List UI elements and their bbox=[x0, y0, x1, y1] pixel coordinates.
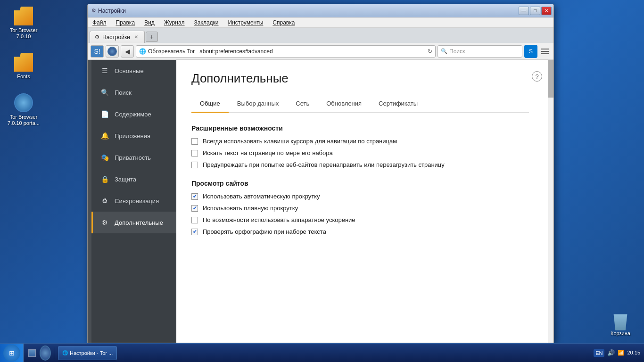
taskbar-network-icon[interactable]: 📶 bbox=[618, 350, 624, 356]
url-display: Обозреватель Tor about:preferences#advan… bbox=[148, 48, 426, 55]
sidebar-item-advanced[interactable]: ⚙ Дополнительные bbox=[91, 212, 176, 233]
checkbox-smooth-scroll[interactable]: ✔ bbox=[191, 205, 198, 212]
maximize-button[interactable]: □ bbox=[530, 7, 540, 15]
tab-label-settings: Настройки bbox=[102, 34, 130, 41]
taskbar-time: 20:15 bbox=[627, 349, 640, 356]
sidebar-scroll-indicator bbox=[88, 60, 91, 343]
browser-tab-settings[interactable]: ⚙ Настройки ✕ bbox=[90, 31, 145, 43]
new-tab-button[interactable]: + bbox=[146, 32, 158, 42]
back-button[interactable]: ◀ bbox=[121, 45, 134, 58]
menu-view[interactable]: Вид bbox=[141, 18, 157, 27]
windows-icon: ⊞ bbox=[9, 349, 15, 357]
checkbox-check-auto-scroll: ✔ bbox=[193, 194, 197, 199]
close-button[interactable]: ✕ bbox=[541, 7, 552, 15]
tab-general[interactable]: Общие bbox=[191, 95, 229, 113]
url-bar[interactable]: 🌐 Обозреватель Tor about:preferences#adv… bbox=[136, 45, 436, 58]
checkbox-row-smooth-scroll: ✔ Использовать плавную прокрутку bbox=[191, 205, 529, 212]
skype-button[interactable]: S bbox=[524, 45, 537, 58]
show-desktop-button[interactable] bbox=[26, 347, 38, 359]
sidebar-label-sync: Синхронизация bbox=[115, 197, 159, 205]
menu-bookmarks[interactable]: Закладки bbox=[191, 18, 222, 27]
taskbar: ⊞ 🌐 Настройки - Tor ... EN 🔊 📶 20:15 bbox=[0, 343, 644, 362]
sidebar-item-sync[interactable]: ♻ Синхронизация bbox=[91, 190, 176, 212]
show-desktop-icon bbox=[28, 349, 36, 357]
desktop-icon-tor-portable[interactable]: Tor Browser 7.0.10 porta... bbox=[5, 91, 42, 128]
tab-updates[interactable]: Обновления bbox=[318, 95, 370, 113]
checkbox-row-auto-scroll: ✔ Использовать автоматическую прокрутку bbox=[191, 193, 529, 200]
browser-content: ☰ Основные 🔍 Поиск 📄 Содержимое 🔔 Прилож… bbox=[88, 60, 553, 343]
taskbar-settings-label: Настройки - Tor ... bbox=[70, 350, 113, 356]
checkbox-hw-accel[interactable] bbox=[191, 217, 198, 223]
checkbox-cursor-nav[interactable] bbox=[191, 138, 198, 145]
settings-sidebar: ☰ Основные 🔍 Поиск 📄 Содержимое 🔔 Прилож… bbox=[91, 60, 176, 343]
menu-bar: Файл Правка Вид Журнал Закладки Инструме… bbox=[88, 17, 553, 28]
checkbox-label-search-typing: Искать текст на странице по мере его наб… bbox=[203, 149, 333, 156]
menu-line-3 bbox=[541, 53, 549, 54]
sidebar-label-security: Защита bbox=[115, 176, 136, 183]
page-title: Дополнительные bbox=[191, 71, 529, 86]
sidebar-icon-search: 🔍 bbox=[100, 88, 109, 97]
checkbox-search-typing[interactable] bbox=[191, 150, 198, 156]
help-button[interactable]: ? bbox=[532, 71, 542, 82]
search-bar[interactable]: 🔍 Поиск bbox=[438, 45, 522, 58]
recycle-bin-label: Корзина bbox=[611, 330, 630, 337]
tab-close-button[interactable]: ✕ bbox=[133, 34, 140, 41]
nav-logo-button[interactable]: S! bbox=[91, 45, 104, 58]
recycle-bin-icon bbox=[612, 312, 629, 330]
checkbox-warn-redirect[interactable] bbox=[191, 162, 198, 168]
taskbar-settings-item[interactable]: 🌐 Настройки - Tor ... bbox=[58, 346, 117, 360]
sidebar-item-privacy[interactable]: 🎭 Приватность bbox=[91, 147, 176, 168]
sidebar-item-search[interactable]: 🔍 Поиск bbox=[91, 82, 176, 103]
sidebar-icon-privacy: 🎭 bbox=[100, 153, 109, 162]
checkbox-label-smooth-scroll: Использовать плавную прокрутку bbox=[203, 205, 298, 212]
desktop-icon-fonts[interactable]: Fonts bbox=[5, 51, 42, 82]
tab-data[interactable]: Выбор данных bbox=[229, 95, 288, 113]
taskbar-start-button[interactable]: ⊞ bbox=[0, 344, 24, 362]
checkbox-check-smooth-scroll: ✔ bbox=[193, 206, 197, 211]
sidebar-icon-security: 🔒 bbox=[100, 175, 109, 183]
checkbox-row-hw-accel: По возможности использовать аппаратное у… bbox=[191, 216, 529, 223]
tab-network[interactable]: Сеть bbox=[287, 95, 318, 113]
menu-history[interactable]: Журнал bbox=[161, 18, 188, 27]
search-placeholder: Поиск bbox=[449, 48, 519, 55]
checkbox-row-search-typing: Искать текст на странице по мере его наб… bbox=[191, 149, 529, 156]
desktop-icon-label-tor: Tor Browser 7.0.10 bbox=[7, 27, 41, 40]
gear-icon: ⚙ bbox=[90, 8, 96, 14]
sidebar-item-content[interactable]: 📄 Содержимое bbox=[91, 103, 176, 125]
minimize-button[interactable]: — bbox=[519, 7, 529, 15]
quick-launch bbox=[24, 347, 54, 359]
checkbox-label-cursor-nav: Всегда использовать клавиши курсора для … bbox=[203, 138, 397, 145]
tab-certs[interactable]: Сертификаты bbox=[370, 95, 426, 113]
menu-tools[interactable]: Инструменты bbox=[225, 18, 266, 27]
sidebar-label-privacy: Приватность bbox=[115, 154, 151, 161]
recycle-bin[interactable]: Корзина bbox=[602, 310, 639, 338]
menu-file[interactable]: Файл bbox=[90, 18, 109, 27]
menu-help[interactable]: Справка bbox=[270, 18, 297, 27]
taskbar-lang: EN bbox=[594, 349, 604, 357]
search-icon: 🔍 bbox=[441, 48, 447, 54]
scrollbar-thumb[interactable] bbox=[548, 60, 553, 98]
sidebar-item-security[interactable]: 🔒 Защита bbox=[91, 168, 176, 190]
folder-icon bbox=[14, 7, 33, 25]
sidebar-label-apps: Приложения bbox=[115, 132, 150, 140]
title-bar: ⚙ Настройки — □ ✕ bbox=[88, 4, 553, 17]
menu-edit[interactable]: Правка bbox=[113, 18, 138, 27]
refresh-button[interactable]: ↻ bbox=[428, 48, 432, 55]
sidebar-icon-apps: 🔔 bbox=[100, 132, 109, 140]
hamburger-menu-button[interactable] bbox=[539, 46, 551, 57]
checkbox-spellcheck[interactable]: ✔ bbox=[191, 229, 198, 235]
taskbar-tray: EN 🔊 📶 20:15 bbox=[590, 349, 644, 357]
folder-icon-fonts bbox=[14, 53, 33, 72]
sidebar-item-basic[interactable]: ☰ Основные bbox=[91, 60, 176, 82]
taskbar-volume-icon[interactable]: 🔊 bbox=[607, 349, 615, 356]
globe-icon bbox=[14, 93, 33, 112]
quick-launch-browser[interactable] bbox=[40, 347, 51, 359]
desktop-icon-label-fonts: Fonts bbox=[17, 74, 30, 80]
scrollbar-track[interactable] bbox=[548, 60, 553, 343]
sidebar-icon-basic: ☰ bbox=[100, 66, 109, 75]
checkbox-auto-scroll[interactable]: ✔ bbox=[191, 193, 198, 200]
start-orb[interactable]: ⊞ bbox=[3, 345, 20, 362]
desktop-icon-tor-browser[interactable]: Tor Browser 7.0.10 bbox=[5, 5, 42, 41]
sidebar-item-apps[interactable]: 🔔 Приложения bbox=[91, 125, 176, 147]
sidebar-label-basic: Основные bbox=[115, 67, 144, 74]
